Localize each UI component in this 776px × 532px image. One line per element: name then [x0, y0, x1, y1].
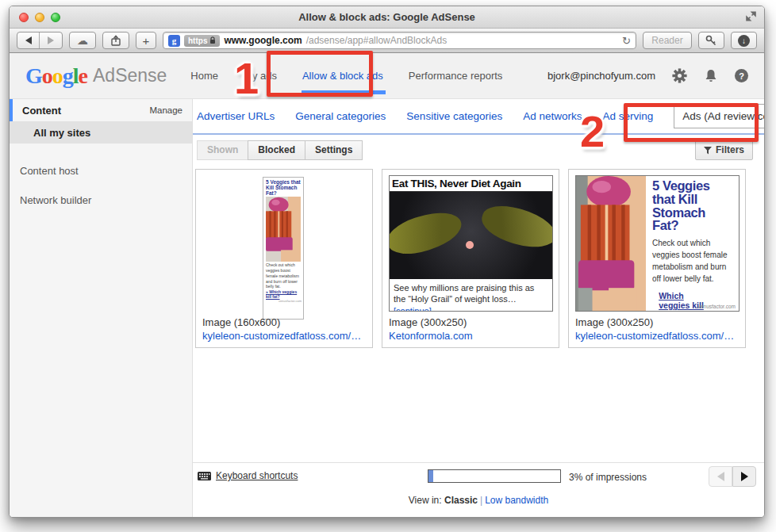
- tab-ad-networks[interactable]: Ad networks: [523, 110, 582, 122]
- impressions-progress-bar: [428, 469, 561, 483]
- filters-button[interactable]: Filters: [695, 140, 753, 160]
- back-icon: [25, 36, 32, 44]
- lock-icon: [209, 36, 216, 44]
- ad-cta-link[interactable]: » Which veggies kill fat?: [263, 289, 303, 299]
- ad-cta-link[interactable]: [continue]: [394, 306, 432, 312]
- tab-general-categories[interactable]: General categories: [295, 110, 386, 122]
- cloud-icon: ☁: [77, 34, 88, 47]
- ad-body: Check out which veggies boost female met…: [652, 237, 733, 285]
- forward-button[interactable]: [40, 33, 62, 48]
- ad-torso-graphic: [266, 197, 301, 262]
- icloud-tabs-button[interactable]: ☁: [69, 32, 96, 49]
- adsense-wordmark: AdSense: [93, 65, 167, 86]
- new-tab-button[interactable]: +: [136, 32, 156, 49]
- help-icon[interactable]: ?: [735, 69, 748, 82]
- view-classic-option[interactable]: Classic: [444, 495, 478, 506]
- ad-creative-160x600: 5 Veggies that Kill Stomach Fat?: [263, 177, 304, 320]
- address-bar[interactable]: g https www.google.com/adsense/app#allow…: [163, 32, 636, 49]
- ad-advertiser-link[interactable]: kyleleon-customizedfatloss.com/…: [202, 330, 361, 342]
- ad-torso-graphic: [576, 176, 646, 311]
- forward-icon: [48, 36, 54, 44]
- sidebar-section-label: Content: [22, 105, 61, 117]
- bottom-bar: Keyboard shortcuts 3% of impressions: [193, 462, 764, 489]
- annotation-box-1: [267, 51, 373, 97]
- next-page-button[interactable]: [732, 466, 756, 487]
- tab-advertiser-urls[interactable]: Advertiser URLs: [197, 110, 275, 122]
- browser-toolbar: ☁ + g https www.google.com/adsense/app#a…: [10, 29, 764, 53]
- downloads-button[interactable]: ↓: [731, 32, 757, 49]
- ad-card[interactable]: 5 Veggies that Kill Stomach Fat? Check o…: [568, 169, 746, 348]
- sidebar-item-network-builder[interactable]: Network builder: [10, 192, 192, 208]
- ad-photo-finger-lime: [390, 192, 552, 279]
- ad-card[interactable]: 5 Veggies that Kill Stomach Fat?: [195, 169, 373, 348]
- blocked-button[interactable]: Blocked: [248, 140, 305, 160]
- adsense-header: Google AdSense Home My ads Allow & block…: [10, 53, 764, 99]
- reload-icon[interactable]: ↻: [622, 35, 631, 47]
- keyboard-shortcuts-link[interactable]: Keyboard shortcuts: [216, 470, 298, 481]
- tab-sensitive-categories[interactable]: Sensitive categories: [406, 110, 502, 122]
- nav-home[interactable]: Home: [190, 70, 218, 82]
- notifications-bell-icon[interactable]: [704, 68, 718, 83]
- sidebar: Content Manage All my sites Content host…: [10, 99, 193, 517]
- ad-creative-300x250: Eat THIS, Never Diet Again See why milli…: [389, 175, 553, 312]
- settings-gear-icon[interactable]: [672, 68, 687, 83]
- shown-button[interactable]: Shown: [197, 140, 248, 160]
- previous-icon: [717, 472, 724, 481]
- titlebar: Allow & block ads: Google AdSense: [10, 6, 764, 29]
- google-favicon: g: [168, 35, 180, 47]
- sidebar-item-all-my-sites[interactable]: All my sites: [10, 121, 192, 144]
- key-icon: [705, 35, 717, 47]
- view-in-row: View in: Classic|Low bandwidth: [193, 495, 764, 506]
- share-icon: [110, 35, 121, 46]
- ad-body: See why millions are praising this as th…: [390, 279, 552, 312]
- annotation-box-2: [624, 103, 759, 142]
- ad-size-label: Image (300x250): [389, 316, 467, 328]
- sidebar-item-content-host[interactable]: Content host: [10, 163, 192, 178]
- url-path: /adsense/app#allowAndBlockAds: [306, 35, 447, 46]
- ad-advertiser-link[interactable]: Ketonformola.com: [389, 330, 473, 342]
- ad-creative-300x250: 5 Veggies that Kill Stomach Fat? Check o…: [575, 175, 740, 312]
- history-nav-group: [17, 32, 63, 49]
- nav-performance-reports[interactable]: Performance reports: [409, 70, 503, 82]
- main-panel: Advertiser URLs General categories Sensi…: [193, 99, 764, 517]
- fullscreen-icon[interactable]: [746, 11, 756, 21]
- ad-headline: 5 Veggies that Kill Stomach Fat?: [263, 178, 303, 197]
- url-domain: www.google.com: [224, 35, 302, 46]
- keyboard-icon: [198, 472, 211, 480]
- ad-size-label: Image (160x600): [202, 316, 280, 328]
- sidebar-section-content: Content Manage: [10, 99, 192, 121]
- plus-icon: +: [143, 34, 150, 48]
- manage-link[interactable]: Manage: [149, 105, 182, 115]
- browser-window: Allow & block ads: Google AdSense ☁ + g …: [9, 6, 765, 518]
- settings-button[interactable]: Settings: [305, 140, 363, 160]
- ad-size-label: Image (300x250): [575, 316, 653, 328]
- ad-review-grid: 5 Veggies that Kill Stomach Fat?: [195, 169, 746, 348]
- ad-headline: 5 Veggies that Kill Stomach Fat?: [652, 179, 733, 232]
- ad-headline: Eat THIS, Never Diet Again: [390, 176, 552, 192]
- progress-fill: [428, 470, 433, 482]
- annotation-number-1: 1: [234, 52, 259, 104]
- low-bandwidth-link[interactable]: Low bandwidth: [485, 495, 548, 506]
- ad-attribution: venusfactor.com: [263, 299, 303, 303]
- back-button[interactable]: [17, 33, 40, 48]
- next-icon: [741, 472, 748, 481]
- reader-button[interactable]: Reader: [643, 32, 692, 49]
- impressions-label: 3% of impressions: [569, 472, 647, 483]
- google-logo: Google: [25, 63, 87, 89]
- filter-funnel-icon: [704, 147, 712, 155]
- account-email: bjork@pinchofyum.com: [547, 70, 655, 82]
- download-icon: ↓: [738, 35, 750, 47]
- annotation-number-2: 2: [580, 105, 605, 157]
- ad-advertiser-link[interactable]: kyleleon-customizedfatloss.com/…: [575, 330, 734, 342]
- https-label: https: [188, 36, 207, 45]
- window-title: Allow & block ads: Google AdSense: [10, 11, 764, 23]
- share-button[interactable]: [102, 32, 129, 49]
- ad-attribution: venusfactor.com: [698, 304, 736, 309]
- ad-card[interactable]: Eat THIS, Never Diet Again See why milli…: [382, 169, 559, 348]
- password-extension-button[interactable]: [698, 32, 724, 49]
- ad-body: Check out which veggies boost female met…: [263, 262, 303, 289]
- previous-page-button[interactable]: [709, 466, 732, 487]
- view-toggle-row: ShownBlockedSettings Filters: [197, 140, 764, 161]
- https-badge: https: [184, 35, 220, 47]
- view-in-label: View in:: [409, 495, 442, 506]
